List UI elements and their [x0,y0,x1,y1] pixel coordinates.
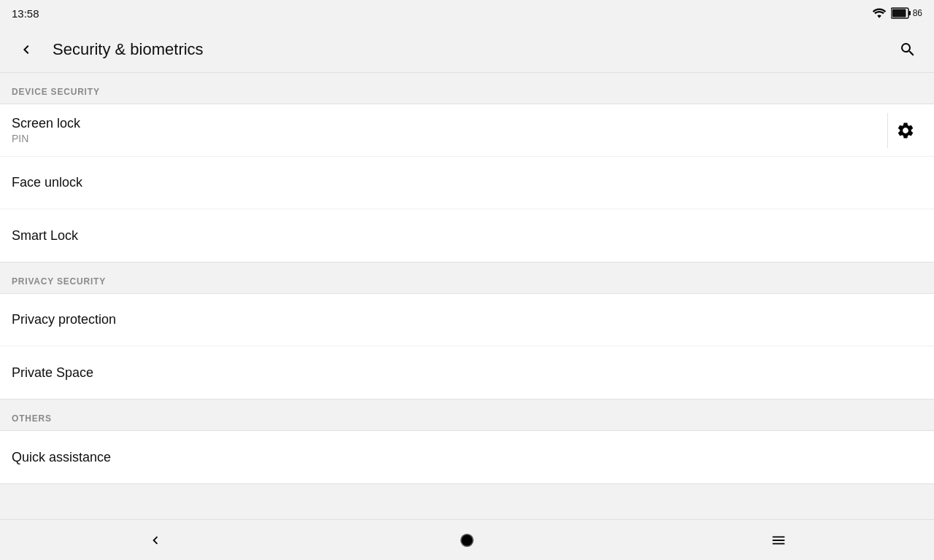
battery-icon [891,7,911,19]
device-security-header: DEVICE SECURITY [0,73,934,104]
device-security-group: Screen lock PIN Face unlock [0,104,934,262]
nav-home-icon [459,532,475,548]
quick-assistance-text: Quick assistance [12,450,111,465]
svg-point-3 [461,534,474,546]
app-bar: Security & biometrics [0,26,934,73]
others-label: OTHERS [12,413,52,424]
screen-lock-text: Screen lock PIN [12,116,80,144]
screen-lock-subtitle: PIN [12,133,80,144]
others-header: OTHERS [0,400,934,430]
face-unlock-title: Face unlock [12,175,82,190]
main-layout: 13:58 86 Securit [0,0,934,560]
privacy-protection-item[interactable]: Privacy protection [0,294,934,346]
status-icons: 86 [872,7,922,19]
nav-back-button[interactable] [126,520,185,561]
privacy-security-label: PRIVACY SECURITY [12,276,106,287]
others-section: OTHERS Quick assistance [0,400,934,484]
device-security-label: DEVICE SECURITY [12,87,100,97]
smart-lock-text: Smart Lock [12,228,78,244]
gear-icon [896,121,915,140]
smart-lock-title: Smart Lock [12,228,78,244]
privacy-security-group: Privacy protection Private Space [0,293,934,400]
search-icon [899,41,916,58]
privacy-protection-title: Privacy protection [12,312,116,327]
others-group: Quick assistance [0,430,934,484]
smart-lock-item[interactable]: Smart Lock [0,209,934,262]
nav-back-icon [147,532,163,548]
nav-home-button[interactable] [438,520,496,561]
screen-lock-action [876,113,922,148]
face-unlock-item[interactable]: Face unlock [0,157,934,209]
face-unlock-text: Face unlock [12,175,82,190]
private-space-item[interactable]: Private Space [0,346,934,399]
screen-lock-gear-button[interactable] [887,113,922,148]
screen-lock-item[interactable]: Screen lock PIN [0,104,934,157]
nav-recents-button[interactable] [749,520,808,561]
quick-assistance-title: Quick assistance [12,450,111,465]
private-space-text: Private Space [12,365,93,381]
page-title: Security & biometrics [53,40,204,59]
svg-rect-1 [908,11,911,15]
nav-recents-icon [771,532,787,548]
battery-indicator: 86 [891,7,922,19]
content-area: DEVICE SECURITY Screen lock PIN [0,73,934,560]
wifi-icon [872,7,887,19]
app-bar-left: Security & biometrics [12,35,204,64]
privacy-security-header: PRIVACY SECURITY [0,262,934,293]
search-button[interactable] [893,35,922,64]
privacy-security-section: PRIVACY SECURITY Privacy protection Priv… [0,262,934,400]
status-bar: 13:58 86 [0,0,934,26]
quick-assistance-item[interactable]: Quick assistance [0,431,934,483]
privacy-protection-text: Privacy protection [12,312,116,327]
back-button[interactable] [12,35,41,64]
back-chevron-icon [18,41,35,58]
bottom-nav [0,519,934,560]
status-time: 13:58 [12,7,39,20]
screen-lock-title: Screen lock [12,116,80,131]
private-space-title: Private Space [12,365,93,381]
device-security-section: DEVICE SECURITY Screen lock PIN [0,73,934,262]
svg-rect-2 [892,9,906,18]
